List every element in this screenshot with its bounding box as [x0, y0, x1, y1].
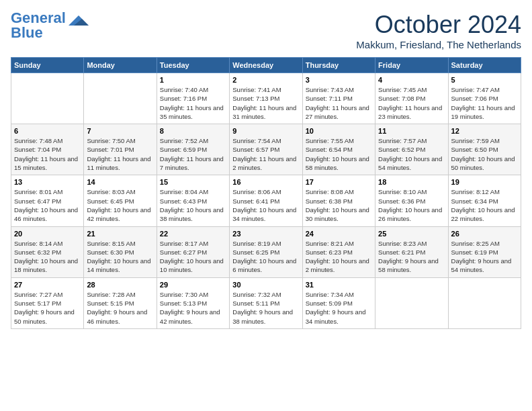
day-info: Sunrise: 7:50 AMSunset: 7:01 PMDaylight:… — [87, 136, 153, 172]
calendar-cell: 27Sunrise: 7:27 AMSunset: 5:17 PMDayligh… — [11, 277, 84, 328]
calendar-cell: 23Sunrise: 8:19 AMSunset: 6:25 PMDayligh… — [230, 226, 302, 277]
calendar-cell: 16Sunrise: 8:06 AMSunset: 6:41 PMDayligh… — [230, 175, 302, 226]
calendar-cell — [84, 73, 157, 124]
calendar-cell: 14Sunrise: 8:03 AMSunset: 6:45 PMDayligh… — [84, 175, 157, 226]
day-info: Sunrise: 7:57 AMSunset: 6:52 PMDaylight:… — [378, 136, 445, 172]
day-info: Sunrise: 8:06 AMSunset: 6:41 PMDaylight:… — [232, 187, 299, 223]
calendar-cell: 6Sunrise: 7:48 AMSunset: 7:04 PMDaylight… — [11, 124, 84, 175]
day-number: 4 — [378, 76, 445, 84]
day-number: 18 — [378, 178, 445, 186]
calendar-cell: 8Sunrise: 7:52 AMSunset: 6:59 PMDaylight… — [157, 124, 229, 175]
day-number: 25 — [378, 230, 445, 238]
calendar-cell: 24Sunrise: 8:21 AMSunset: 6:23 PMDayligh… — [302, 226, 375, 277]
day-number: 22 — [160, 230, 226, 238]
day-info: Sunrise: 8:23 AMSunset: 6:21 PMDaylight:… — [378, 239, 445, 275]
day-number: 19 — [451, 178, 518, 186]
calendar-week-row: 13Sunrise: 8:01 AMSunset: 6:47 PMDayligh… — [11, 175, 521, 226]
calendar-cell: 17Sunrise: 8:08 AMSunset: 6:38 PMDayligh… — [302, 175, 375, 226]
day-number: 11 — [378, 127, 445, 135]
calendar-cell: 1Sunrise: 7:40 AMSunset: 7:16 PMDaylight… — [157, 73, 229, 124]
weekday-header: Wednesday — [230, 58, 302, 73]
day-number: 30 — [232, 281, 299, 289]
calendar-cell: 19Sunrise: 8:12 AMSunset: 6:34 PMDayligh… — [448, 175, 521, 226]
day-number: 14 — [87, 178, 153, 186]
logo-text: GeneralBlue — [11, 11, 66, 40]
calendar-cell — [11, 73, 84, 124]
calendar-week-row: 6Sunrise: 7:48 AMSunset: 7:04 PMDaylight… — [11, 124, 521, 175]
day-info: Sunrise: 7:55 AMSunset: 6:54 PMDaylight:… — [306, 136, 372, 172]
day-info: Sunrise: 7:28 AMSunset: 5:15 PMDaylight:… — [87, 290, 153, 326]
calendar-cell: 29Sunrise: 7:30 AMSunset: 5:13 PMDayligh… — [157, 277, 229, 328]
calendar-cell: 5Sunrise: 7:47 AMSunset: 7:06 PMDaylight… — [448, 73, 521, 124]
calendar-header-row: SundayMondayTuesdayWednesdayThursdayFrid… — [11, 58, 521, 73]
title-block: October 2024 Makkum, Friesland, The Neth… — [356, 11, 521, 50]
day-number: 28 — [87, 281, 153, 289]
day-info: Sunrise: 7:41 AMSunset: 7:13 PMDaylight:… — [232, 85, 299, 121]
day-number: 3 — [306, 76, 372, 84]
calendar-cell: 25Sunrise: 8:23 AMSunset: 6:21 PMDayligh… — [375, 226, 448, 277]
day-number: 16 — [232, 178, 299, 186]
day-info: Sunrise: 7:54 AMSunset: 6:57 PMDaylight:… — [232, 136, 299, 172]
day-info: Sunrise: 8:08 AMSunset: 6:38 PMDaylight:… — [306, 187, 372, 223]
calendar-cell: 21Sunrise: 8:15 AMSunset: 6:30 PMDayligh… — [84, 226, 157, 277]
calendar-cell: 30Sunrise: 7:32 AMSunset: 5:11 PMDayligh… — [230, 277, 302, 328]
weekday-header: Saturday — [448, 58, 521, 73]
calendar-cell: 26Sunrise: 8:25 AMSunset: 6:19 PMDayligh… — [448, 226, 521, 277]
day-number: 10 — [306, 127, 372, 135]
day-info: Sunrise: 7:48 AMSunset: 7:04 PMDaylight:… — [14, 136, 81, 172]
calendar-cell: 28Sunrise: 7:28 AMSunset: 5:15 PMDayligh… — [84, 277, 157, 328]
day-info: Sunrise: 7:47 AMSunset: 7:06 PMDaylight:… — [451, 85, 518, 121]
calendar-cell: 20Sunrise: 8:14 AMSunset: 6:32 PMDayligh… — [11, 226, 84, 277]
day-info: Sunrise: 7:32 AMSunset: 5:11 PMDaylight:… — [232, 290, 299, 326]
day-info: Sunrise: 8:21 AMSunset: 6:23 PMDaylight:… — [306, 239, 372, 275]
calendar-cell: 2Sunrise: 7:41 AMSunset: 7:13 PMDaylight… — [230, 73, 302, 124]
day-number: 6 — [14, 127, 81, 135]
calendar-cell: 12Sunrise: 7:59 AMSunset: 6:50 PMDayligh… — [448, 124, 521, 175]
day-number: 9 — [232, 127, 299, 135]
day-number: 20 — [14, 230, 81, 238]
day-number: 27 — [14, 281, 81, 289]
calendar-cell — [448, 277, 521, 328]
day-info: Sunrise: 8:10 AMSunset: 6:36 PMDaylight:… — [378, 187, 445, 223]
weekday-header: Tuesday — [157, 58, 229, 73]
calendar-cell: 13Sunrise: 8:01 AMSunset: 6:47 PMDayligh… — [11, 175, 84, 226]
day-number: 23 — [232, 230, 299, 238]
day-number: 31 — [306, 281, 372, 289]
calendar-cell: 7Sunrise: 7:50 AMSunset: 7:01 PMDaylight… — [84, 124, 157, 175]
calendar-cell: 31Sunrise: 7:34 AMSunset: 5:09 PMDayligh… — [302, 277, 375, 328]
weekday-header: Monday — [84, 58, 157, 73]
calendar-week-row: 20Sunrise: 8:14 AMSunset: 6:32 PMDayligh… — [11, 226, 521, 277]
day-info: Sunrise: 8:19 AMSunset: 6:25 PMDaylight:… — [232, 239, 299, 275]
day-number: 13 — [14, 178, 81, 186]
calendar-cell: 9Sunrise: 7:54 AMSunset: 6:57 PMDaylight… — [230, 124, 302, 175]
day-number: 1 — [160, 76, 226, 84]
day-info: Sunrise: 8:15 AMSunset: 6:30 PMDaylight:… — [87, 239, 153, 275]
day-info: Sunrise: 8:12 AMSunset: 6:34 PMDaylight:… — [451, 187, 518, 223]
day-number: 8 — [160, 127, 226, 135]
day-number: 24 — [306, 230, 372, 238]
day-info: Sunrise: 8:14 AMSunset: 6:32 PMDaylight:… — [14, 239, 81, 275]
page-header: GeneralBlue October 2024 Makkum, Friesla… — [11, 11, 521, 50]
calendar-cell: 10Sunrise: 7:55 AMSunset: 6:54 PMDayligh… — [302, 124, 375, 175]
logo: GeneralBlue — [11, 11, 89, 40]
calendar-cell: 3Sunrise: 7:43 AMSunset: 7:11 PMDaylight… — [302, 73, 375, 124]
day-info: Sunrise: 8:03 AMSunset: 6:45 PMDaylight:… — [87, 187, 153, 223]
day-number: 7 — [87, 127, 153, 135]
weekday-header: Sunday — [11, 58, 84, 73]
calendar-week-row: 27Sunrise: 7:27 AMSunset: 5:17 PMDayligh… — [11, 277, 521, 328]
day-info: Sunrise: 7:59 AMSunset: 6:50 PMDaylight:… — [451, 136, 518, 172]
location: Makkum, Friesland, The Netherlands — [356, 39, 521, 50]
weekday-header: Thursday — [302, 58, 375, 73]
logo-icon — [69, 12, 89, 32]
day-number: 29 — [160, 281, 226, 289]
day-info: Sunrise: 7:34 AMSunset: 5:09 PMDaylight:… — [306, 290, 372, 326]
calendar-cell: 4Sunrise: 7:45 AMSunset: 7:08 PMDaylight… — [375, 73, 448, 124]
calendar-week-row: 1Sunrise: 7:40 AMSunset: 7:16 PMDaylight… — [11, 73, 521, 124]
day-number: 21 — [87, 230, 153, 238]
day-number: 5 — [451, 76, 518, 84]
day-info: Sunrise: 8:01 AMSunset: 6:47 PMDaylight:… — [14, 187, 81, 223]
month-title: October 2024 — [356, 11, 521, 39]
calendar-cell: 15Sunrise: 8:04 AMSunset: 6:43 PMDayligh… — [157, 175, 229, 226]
day-info: Sunrise: 7:27 AMSunset: 5:17 PMDaylight:… — [14, 290, 81, 326]
day-number: 26 — [451, 230, 518, 238]
